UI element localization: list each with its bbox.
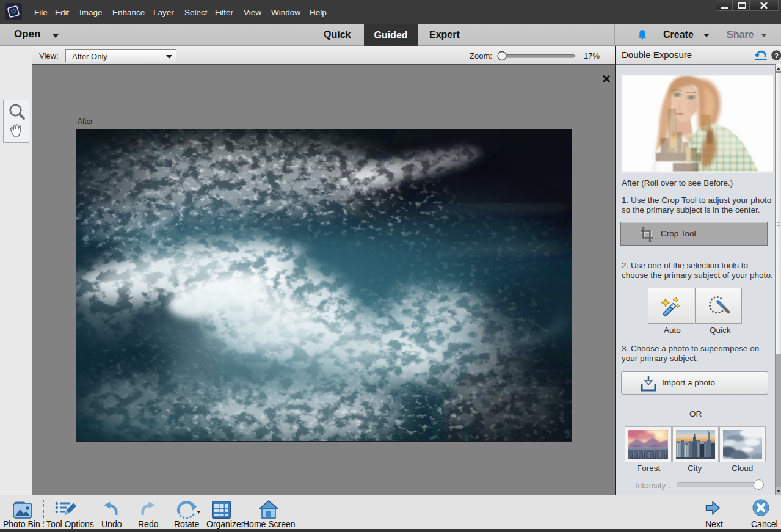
svg-text:?: ? — [774, 52, 779, 59]
